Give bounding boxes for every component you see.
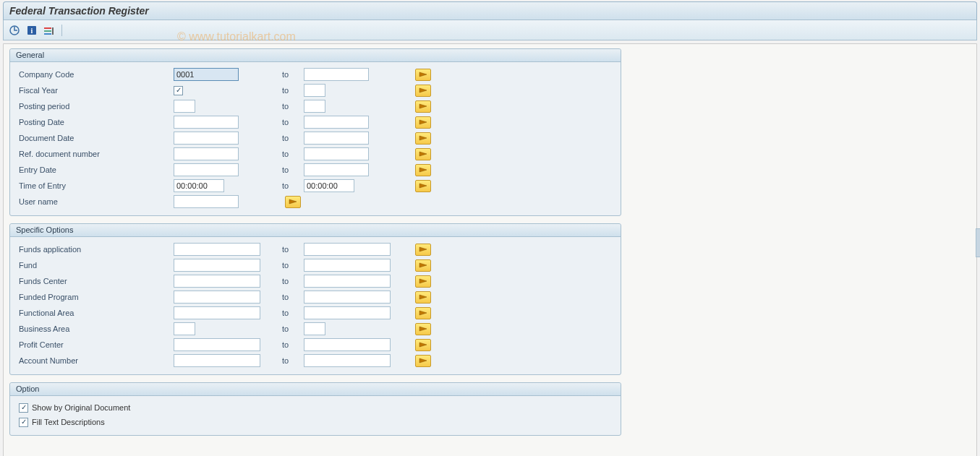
row-business-area: Business Area to: [16, 321, 615, 337]
input-funds-center-from[interactable]: [174, 275, 260, 288]
to-label: to: [282, 134, 304, 142]
multi-select-icon[interactable]: [415, 100, 431, 113]
svg-rect-6: [52, 27, 54, 35]
multi-select-icon[interactable]: [415, 180, 431, 192]
multi-select-icon[interactable]: [415, 323, 431, 335]
input-entry-date-to[interactable]: [304, 163, 369, 176]
label-profit-center: Profit Center: [16, 340, 174, 349]
row-document-date: Document Date to: [16, 130, 615, 146]
multi-select-icon[interactable]: [415, 244, 431, 256]
input-funded-program-from[interactable]: [174, 291, 260, 304]
row-account-number: Account Number to: [16, 353, 615, 369]
row-posting-period: Posting period to: [16, 98, 615, 114]
multi-select-icon[interactable]: [415, 164, 431, 176]
to-label: to: [282, 102, 304, 111]
to-label: to: [282, 118, 304, 126]
input-posting-period-to[interactable]: [304, 100, 325, 113]
label-entry-date: Entry Date: [16, 165, 174, 174]
to-label: to: [282, 324, 304, 333]
label-fund: Fund: [16, 261, 174, 270]
toolbar-separator: [61, 25, 62, 36]
input-company-code-to[interactable]: [304, 68, 369, 81]
label-document-date: Document Date: [16, 134, 174, 142]
to-label: to: [282, 293, 304, 301]
to-label: to: [282, 86, 304, 95]
label-posting-date: Posting Date: [16, 118, 174, 126]
input-posting-period-from[interactable]: [174, 100, 195, 113]
input-user-name[interactable]: [174, 195, 239, 208]
multi-select-icon[interactable]: [415, 291, 431, 304]
input-functional-area-from[interactable]: [174, 306, 260, 319]
checkbox-fill-text[interactable]: [19, 418, 28, 427]
to-label: to: [282, 70, 304, 79]
watermark-text: © www.tutorialkart.com: [177, 30, 296, 43]
input-account-number-from[interactable]: [174, 354, 260, 367]
row-fiscal-year: Fiscal Year to: [16, 82, 615, 98]
row-show-original: Show by Original Document: [16, 400, 615, 415]
label-time-of-entry: Time of Entry: [16, 181, 174, 190]
input-ref-doc-to[interactable]: [304, 147, 369, 160]
row-funded-program: Funded Program to: [16, 289, 615, 305]
input-entry-date-from[interactable]: [174, 163, 239, 176]
multi-select-icon[interactable]: [415, 116, 431, 129]
group-option-header: Option: [10, 383, 621, 396]
input-functional-area-to[interactable]: [304, 306, 391, 319]
multi-select-icon[interactable]: [285, 196, 301, 208]
multi-select-icon[interactable]: [415, 148, 431, 160]
input-time-from[interactable]: [174, 179, 224, 192]
input-funds-center-to[interactable]: [304, 275, 391, 288]
label-funds-center: Funds Center: [16, 277, 174, 285]
multi-select-icon[interactable]: [415, 85, 431, 97]
input-time-to[interactable]: [304, 179, 354, 192]
to-label: to: [282, 181, 304, 190]
multi-select-icon[interactable]: [415, 259, 431, 272]
multi-select-icon[interactable]: [415, 355, 431, 367]
input-funded-program-to[interactable]: [304, 291, 391, 304]
label-ref-doc: Ref. document number: [16, 150, 174, 158]
to-label: to: [282, 261, 304, 270]
input-ref-doc-from[interactable]: [174, 147, 239, 160]
input-posting-date-to[interactable]: [304, 116, 369, 129]
multi-select-icon[interactable]: [415, 339, 431, 351]
to-label: to: [282, 165, 304, 174]
to-label: to: [282, 309, 304, 317]
input-document-date-to[interactable]: [304, 132, 369, 145]
input-document-date-from[interactable]: [174, 132, 239, 145]
input-funds-app-to[interactable]: [304, 243, 391, 256]
input-funds-app-from[interactable]: [174, 243, 260, 256]
svg-rect-3: [44, 27, 51, 29]
input-profit-center-to[interactable]: [304, 338, 391, 351]
label-company-code: Company Code: [16, 70, 174, 79]
input-posting-date-from[interactable]: [174, 116, 239, 129]
info-icon[interactable]: i: [25, 24, 38, 37]
input-fund-to[interactable]: [304, 259, 391, 272]
input-fund-from[interactable]: [174, 259, 260, 272]
row-funds-center: Funds Center to: [16, 273, 615, 289]
input-company-code-from[interactable]: [174, 68, 239, 81]
multi-select-icon[interactable]: [415, 132, 431, 145]
page-title-bar: Federal Transaction Register: [3, 1, 977, 20]
group-specific: Specific Options Funds application to Fu…: [9, 223, 621, 375]
label-posting-period: Posting period: [16, 102, 174, 111]
input-fiscal-year-to[interactable]: [304, 84, 325, 97]
row-entry-date: Entry Date to: [16, 162, 615, 178]
input-business-area-from[interactable]: [174, 322, 195, 335]
input-business-area-to[interactable]: [304, 322, 325, 335]
row-ref-doc: Ref. document number to: [16, 146, 615, 162]
checkbox-show-original[interactable]: [19, 403, 28, 413]
multi-select-icon[interactable]: [415, 69, 431, 81]
row-profit-center: Profit Center to: [16, 337, 615, 353]
svg-rect-4: [44, 30, 51, 32]
execute-icon[interactable]: [8, 24, 21, 37]
multi-select-icon[interactable]: [415, 275, 431, 288]
checkbox-fiscal-year[interactable]: [174, 86, 183, 95]
label-show-original: Show by Original Document: [32, 403, 130, 412]
variant-icon[interactable]: [43, 24, 56, 37]
input-profit-center-from[interactable]: [174, 338, 260, 351]
to-label: to: [282, 150, 304, 158]
row-posting-date: Posting Date to: [16, 114, 615, 130]
multi-select-icon[interactable]: [415, 307, 431, 319]
resize-handle-icon[interactable]: [976, 228, 980, 257]
label-fiscal-year: Fiscal Year: [16, 86, 174, 95]
input-account-number-to[interactable]: [304, 354, 391, 367]
